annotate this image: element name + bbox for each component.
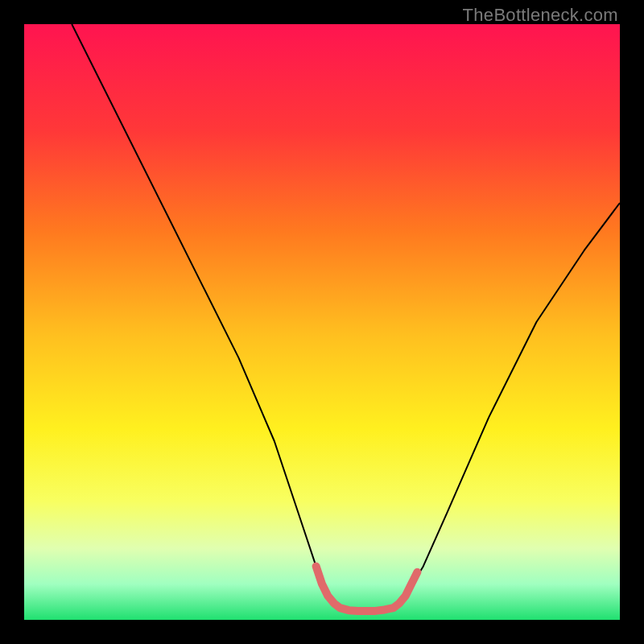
chart-svg [24, 24, 620, 620]
chart-background [24, 24, 620, 620]
chart-area [24, 24, 620, 620]
watermark-text: TheBottleneck.com [463, 5, 618, 26]
